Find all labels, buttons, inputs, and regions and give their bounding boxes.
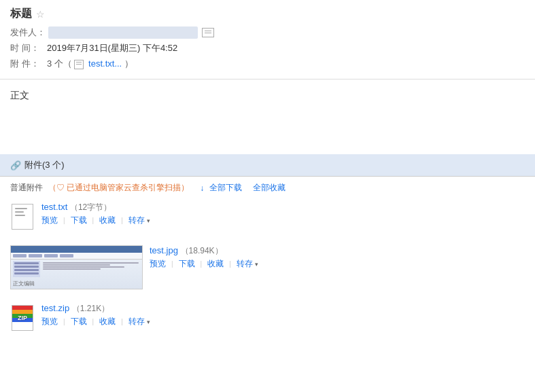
attachment-body: 普通附件 （♡ 已通过电脑管家云查杀引擎扫描） ↓ 全部下载 全部收藏 [0,176,535,349]
zip-preview-btn[interactable]: 预览 [41,316,58,327]
email-container: 标题 ☆ 发件人： 时 间： 2019年7月31日(星期三) 下午4:52 附 … [0,0,535,349]
file-item-txt: test.txt （12字节） 预览 | 下载 | 收藏 | 转存 ▾ [10,199,525,234]
txt-file-actions: 预览 | 下载 | 收藏 | 转存 ▾ [41,215,525,226]
txt-file-info: test.txt （12字节） 预览 | 下载 | 收藏 | 转存 ▾ [41,202,525,226]
zip-file-size: （1.21K） [72,304,109,313]
zip-file-name[interactable]: test.zip [41,303,69,313]
subject-row: 标题 ☆ [10,7,525,21]
jpg-file-name[interactable]: test.jpg [150,245,178,255]
txt-icon [12,204,33,230]
virus-check-label: （♡ 已通过电脑管家云查杀引擎扫描） [48,182,189,194]
sender-label: 发件人： [10,26,46,39]
download-all-btn[interactable]: 全部下载 [209,182,242,194]
time-value: 2019年7月31日(星期三) 下午4:52 [47,42,177,54]
sender-row: 发件人： [10,26,525,39]
jpg-transfer-btn[interactable]: 转存 ▾ [237,258,258,270]
category-label: 普通附件 [10,182,43,194]
body-text: 正文 [10,90,29,101]
txt-file-name[interactable]: test.txt [41,202,67,212]
attachment-summary-row: 附 件： 3 个（ test.txt... ） [10,58,525,70]
txt-filename-row: test.txt （12字节） [41,202,525,213]
jpg-label: 正文编辑 [11,279,142,289]
save-all-btn[interactable]: 全部收藏 [253,182,286,194]
jpg-file-size: （18.94K） [181,246,223,255]
attachment-section-title: 附件(3 个) [24,159,65,171]
zip-transfer-btn[interactable]: 转存 ▾ [128,316,150,327]
star-icon[interactable]: ☆ [36,9,45,20]
zip-download-btn[interactable]: 下载 [71,316,87,327]
subject-text: 标题 [10,7,32,21]
txt-thumbnail [10,202,35,232]
attachment-label: 附 件： [10,58,44,70]
jpg-preview-btn[interactable]: 预览 [150,258,166,270]
attachment-filename[interactable]: test.txt... [88,58,122,69]
email-body: 正文 [0,79,535,147]
txt-download-btn[interactable]: 下载 [71,215,87,226]
attachment-category-row: 普通附件 （♡ 已通过电脑管家云查杀引擎扫描） ↓ 全部下载 全部收藏 [10,182,525,194]
txt-transfer-dropdown-icon: ▾ [147,217,150,224]
file-item-jpg: 正文编辑 test.jpg （18.94K） 预览 | 下载 | 收藏 | [10,243,525,292]
jpg-save-btn[interactable]: 收藏 [207,258,224,270]
txt-file-size: （12字节） [70,202,111,212]
txt-preview-btn[interactable]: 预览 [41,215,58,226]
attachment-count: 3 个（ test.txt... ） [47,58,133,70]
jpg-transfer-dropdown-icon: ▾ [255,261,258,268]
attachment-file-icon [74,60,84,69]
txt-save-btn[interactable]: 收藏 [99,215,116,226]
attachment-section: 🔗 附件(3 个) 普通附件 （♡ 已通过电脑管家云查杀引擎扫描） ↓ 全部下载… [0,154,535,349]
sender-expand-icon[interactable] [202,28,214,37]
jpg-file-actions: 预览 | 下载 | 收藏 | 转存 ▾ [150,258,525,270]
sender-value [48,26,198,39]
jpg-thumbnail: 正文编辑 [10,245,143,289]
email-header: 标题 ☆ 发件人： 时 间： 2019年7月31日(星期三) 下午4:52 附 … [0,0,535,79]
zip-transfer-dropdown-icon: ▾ [147,319,150,325]
zip-icon: ZIP [12,305,33,331]
time-label: 时 间： [10,42,44,54]
attachment-header-bar: 🔗 附件(3 个) [0,154,535,176]
zip-thumbnail: ZIP [10,303,35,333]
jpg-file-info: test.jpg （18.94K） 预览 | 下载 | 收藏 | 转存 ▾ [150,245,525,270]
txt-transfer-btn[interactable]: 转存 ▾ [128,215,150,226]
zip-filename-row: test.zip （1.21K） [41,303,525,315]
download-all-icon: ↓ [200,183,204,193]
time-row: 时 间： 2019年7月31日(星期三) 下午4:52 [10,42,525,54]
zip-file-actions: 预览 | 下载 | 收藏 | 转存 ▾ [41,316,525,327]
zip-file-info: test.zip （1.21K） 预览 | 下载 | 收藏 | 转存 ▾ [41,303,525,327]
jpg-filename-row: test.jpg （18.94K） [150,245,525,257]
paperclip-icon: 🔗 [10,160,21,171]
file-item-zip: ZIP test.zip （1.21K） 预览 | 下载 | 收藏 | [10,300,525,336]
zip-save-btn[interactable]: 收藏 [99,316,116,327]
jpg-download-btn[interactable]: 下载 [179,258,195,270]
